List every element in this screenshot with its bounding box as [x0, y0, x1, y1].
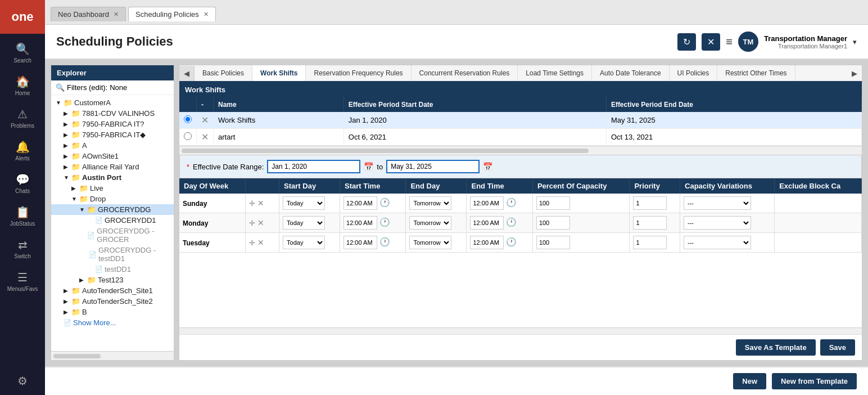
sidebar-item-jobstatus[interactable]: 📋 JobStatus: [0, 200, 45, 232]
monday-percent-input[interactable]: [536, 216, 570, 230]
sunday-start-time-clock-btn[interactable]: 🕐: [379, 198, 390, 208]
sidebar-item-switch[interactable]: ⇄ Switch: [0, 232, 45, 265]
sidebar-label-search: Search: [13, 57, 31, 64]
tree-item-groceryddg-testdd1[interactable]: 📄 GROCERYDDG - testDD1: [51, 245, 174, 264]
tab-scheduling-policies-label: Scheduling Policies: [135, 10, 199, 19]
tree-item-groceryddg[interactable]: ▼ 📁 GROCERYDDG: [51, 204, 174, 215]
tab-ui-policies[interactable]: UI Policies: [670, 65, 718, 81]
monday-start-time-input[interactable]: [343, 216, 377, 230]
row-radio[interactable]: [179, 129, 197, 146]
tab-neo-dashboard-close[interactable]: ✕: [114, 11, 119, 18]
row-delete[interactable]: ✕: [197, 129, 214, 146]
tab-scheduling-policies[interactable]: Scheduling Policies ✕: [128, 7, 216, 21]
tab-reservation-frequency[interactable]: Reservation Frequency Rules: [306, 65, 411, 81]
tab-auto-date[interactable]: Auto Date Tolerance: [592, 65, 670, 81]
tree-item-live[interactable]: ▶ 📁 Live: [51, 183, 174, 194]
sidebar-item-home[interactable]: 🏠 Home: [0, 69, 45, 102]
row-radio[interactable]: [179, 112, 197, 129]
tuesday-cap-var-select[interactable]: ---: [684, 236, 751, 249]
calendar-end-icon[interactable]: 📅: [483, 162, 492, 171]
shifts-table-scrollbar[interactable]: [179, 146, 862, 155]
tree-item-7950b[interactable]: ▶ 📁 7950-FABRICA IT◆: [51, 129, 174, 140]
sidebar-item-alerts[interactable]: 🔔 Alerts: [0, 134, 45, 167]
monday-drag-icon[interactable]: ✛: [249, 219, 255, 227]
tree-item-drop[interactable]: ▼ 📁 Drop: [51, 194, 174, 204]
tab-concurrent-reservation[interactable]: Concurrent Reservation Rules: [412, 65, 518, 81]
tuesday-start-time-input[interactable]: [343, 236, 377, 249]
monday-priority-input[interactable]: [633, 216, 667, 230]
problems-icon: ⚠: [17, 107, 28, 121]
menu-icon[interactable]: ≡: [726, 35, 733, 48]
save-button[interactable]: Save: [820, 339, 855, 356]
tree-item-austinport[interactable]: ▼ 📁 Austin Port: [51, 172, 174, 183]
monday-delete-icon[interactable]: ✕: [257, 218, 264, 227]
monday-cap-var-select[interactable]: ---: [684, 216, 751, 230]
tree-item-groceryddg-grocer[interactable]: 📄 GROCERYDDG - GROCER: [51, 226, 174, 245]
tree-item-testdd1[interactable]: 📄 testDD1: [51, 264, 174, 275]
panel-tabs-right-arrow[interactable]: ▶: [847, 66, 862, 81]
tuesday-start-day-select[interactable]: Today Tomorrow: [283, 236, 325, 249]
calendar-start-icon[interactable]: 📅: [364, 162, 373, 171]
monday-end-day-select[interactable]: Today Tomorrow: [409, 216, 451, 230]
refresh-button[interactable]: ↻: [677, 33, 696, 51]
col-priority: Priority: [630, 178, 680, 194]
monday-start-time-clock-btn[interactable]: 🕐: [379, 217, 390, 227]
tuesday-drag-icon[interactable]: ✛: [249, 239, 255, 247]
sunday-start-time-input[interactable]: [343, 196, 377, 210]
tuesday-priority-input[interactable]: [633, 236, 667, 249]
sidebar-item-menus[interactable]: ☰ Menus/Favs: [0, 265, 45, 298]
tree-item-autotendersch-site2[interactable]: ▶ 📁 AutoTenderSch_Site2: [51, 296, 174, 307]
sunday-percent-input[interactable]: [536, 196, 570, 210]
sidebar-item-settings[interactable]: ⚙: [0, 369, 45, 395]
sunday-priority-input[interactable]: [633, 196, 667, 210]
sidebar-item-chats[interactable]: 💬 Chats: [0, 167, 45, 200]
tree-item-test123[interactable]: ▶ 📁 Test123: [51, 275, 174, 285]
tuesday-end-time-clock-btn[interactable]: 🕐: [506, 237, 517, 247]
tab-load-time[interactable]: Load Time Settings: [518, 65, 592, 81]
date-range-start-input[interactable]: [267, 160, 360, 173]
dow-bottom-scrollbar[interactable]: [179, 327, 862, 334]
date-range-end-input[interactable]: [386, 160, 480, 173]
sunday-end-time-input[interactable]: [470, 196, 504, 210]
panel-tabs-left-arrow[interactable]: ◀: [179, 66, 195, 81]
explorer-scrollbar[interactable]: [51, 351, 174, 360]
sunday-delete-icon[interactable]: ✕: [257, 199, 264, 208]
tree-item-b[interactable]: ▶ 📁 B: [51, 307, 174, 317]
tree-item-a[interactable]: ▶ 📁 A: [51, 140, 174, 151]
sunday-end-time-clock-btn[interactable]: 🕐: [506, 198, 517, 208]
close-button[interactable]: ✕: [702, 33, 720, 51]
tuesday-delete-icon[interactable]: ✕: [257, 238, 264, 247]
sunday-end-day-select[interactable]: Today Tomorrow: [409, 196, 451, 210]
user-dropdown-icon[interactable]: ▾: [853, 38, 857, 46]
new-button[interactable]: New: [733, 373, 766, 389]
tab-neo-dashboard[interactable]: Neo Dashboard ✕: [51, 7, 126, 21]
tab-basic-policies[interactable]: Basic Policies: [195, 65, 252, 81]
sunday-drag-icon[interactable]: ✛: [249, 199, 255, 208]
sidebar-item-problems[interactable]: ⚠ Problems: [0, 102, 45, 134]
tree-item-7950a[interactable]: ▶ 📁 7950-FABRICA IT?: [51, 119, 174, 129]
tree-item-grocerydd1[interactable]: 📄 GROCERYDD1: [51, 215, 174, 226]
tree-item-7881[interactable]: ▶ 📁 7881-CDV VALINHOS: [51, 108, 174, 119]
tree-item-showmore[interactable]: 📄 Show More...: [51, 317, 174, 328]
tuesday-start-time-clock-btn[interactable]: 🕐: [379, 237, 390, 247]
row-delete[interactable]: ✕: [197, 112, 214, 129]
tree-item-aownsite1[interactable]: ▶ 📁 AOwnSite1: [51, 151, 174, 161]
sidebar-item-search[interactable]: 🔍 Search: [0, 37, 45, 69]
sunday-start-day-select[interactable]: Today Tomorrow: [283, 196, 325, 210]
tree-item-autotendersch-site1[interactable]: ▶ 📁 AutoTenderSch_Site1: [51, 285, 174, 296]
right-panel: ◀ Basic Policies Work Shifts Reservation…: [179, 65, 862, 361]
tree-item-alliance[interactable]: ▶ 📁 Alliance Rail Yard: [51, 161, 174, 172]
monday-end-time-clock-btn[interactable]: 🕐: [506, 217, 517, 227]
new-from-template-button[interactable]: New from Template: [772, 373, 857, 389]
tab-scheduling-policies-close[interactable]: ✕: [204, 11, 209, 18]
tuesday-end-day-select[interactable]: Today Tomorrow: [409, 236, 451, 249]
tab-restrict-other[interactable]: Restrict Other Times: [717, 65, 795, 81]
tree-item-customerA[interactable]: ▼ 📁 CustomerA: [51, 97, 174, 108]
tab-work-shifts[interactable]: Work Shifts: [252, 65, 306, 82]
monday-end-time-input[interactable]: [470, 216, 504, 230]
tuesday-end-time-input[interactable]: [470, 236, 504, 249]
monday-start-day-select[interactable]: Today Tomorrow: [283, 216, 325, 230]
sunday-cap-var-select[interactable]: ---: [684, 196, 751, 210]
save-as-template-button[interactable]: Save As Template: [736, 339, 816, 356]
tuesday-percent-input[interactable]: [536, 236, 570, 249]
